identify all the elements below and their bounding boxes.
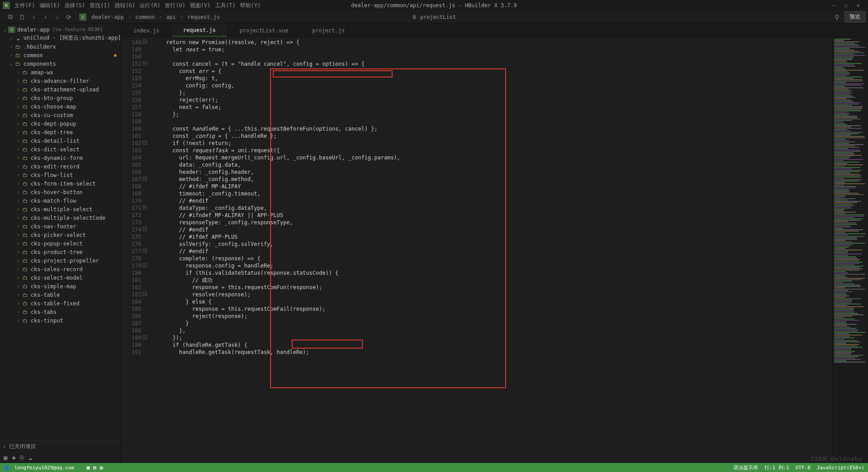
code-line[interactable]: responseType: _config.responseType, bbox=[153, 219, 832, 226]
menu-item[interactable]: 帮助(Y) bbox=[238, 1, 262, 10]
tree-item[interactable]: ›🗀cks-advance-filter bbox=[0, 77, 121, 85]
tree-item[interactable]: ›🗀cks-popup-select bbox=[0, 239, 121, 248]
code-line[interactable]: }); bbox=[153, 334, 832, 341]
breadcrumb-item[interactable]: api bbox=[165, 14, 177, 21]
breadcrumb-item[interactable]: request.js bbox=[186, 14, 221, 21]
editor-tab[interactable]: request.js bbox=[172, 24, 228, 36]
tree-item[interactable]: ›🗀cks-sales-record bbox=[0, 265, 121, 273]
refresh-icon[interactable]: ⟳ bbox=[63, 14, 75, 21]
code-line[interactable]: config: config, bbox=[153, 82, 832, 89]
tree-item[interactable]: ›🗀cks-edit-record bbox=[0, 162, 121, 171]
grid-icon[interactable]: ▦ bbox=[86, 465, 90, 471]
menu-item[interactable]: 发行(U) bbox=[163, 1, 187, 10]
minimap[interactable] bbox=[832, 37, 868, 463]
tree-item[interactable]: ›🗀cks-simple-map bbox=[0, 282, 121, 290]
tree-item[interactable]: ›🗀cks-flow-list bbox=[0, 171, 121, 179]
code-line[interactable]: const err = { bbox=[153, 68, 832, 75]
breadcrumb-item[interactable]: dealer-app bbox=[90, 14, 125, 21]
tree-item[interactable]: ›🗀cks-match-flow bbox=[0, 196, 121, 205]
menu-item[interactable]: 文件(F) bbox=[13, 1, 37, 10]
code-line[interactable]: reject(err); bbox=[153, 96, 832, 104]
menu-item[interactable]: 编辑(E) bbox=[38, 1, 62, 10]
code-line[interactable]: if (handleRe.getTask) { bbox=[153, 341, 832, 349]
menu-item[interactable]: 查找(I) bbox=[88, 1, 112, 10]
code-line[interactable]: // #endif bbox=[153, 197, 832, 204]
menu-item[interactable]: 选择(S) bbox=[63, 1, 87, 10]
breadcrumb-item[interactable]: common bbox=[134, 14, 156, 21]
code-line[interactable]: complete: (response) => { bbox=[153, 255, 832, 262]
nav-back-icon[interactable]: ‹ bbox=[28, 14, 40, 21]
tree-item[interactable]: ›🗀amap-wx bbox=[0, 68, 121, 77]
code-line[interactable]: if (this.validateStatus(response.statusC… bbox=[153, 269, 832, 277]
tree-item[interactable]: ›☁uniCloud - [阿里云:shunzhi-app] bbox=[0, 34, 121, 42]
tree-item[interactable]: ›🗀cks-tabs bbox=[0, 308, 121, 316]
maximize-icon[interactable]: ☐ bbox=[845, 2, 848, 9]
code-line[interactable]: // #ifdef APP-PLUS bbox=[153, 233, 832, 241]
sync-icon[interactable]: ☁ bbox=[28, 454, 32, 461]
code-line[interactable]: } else { bbox=[153, 298, 832, 305]
code-line[interactable]: } bbox=[153, 320, 832, 327]
menu-item[interactable]: 跳转(G) bbox=[113, 1, 137, 10]
code-line[interactable]: }; bbox=[153, 111, 832, 118]
code-line[interactable]: data: _config.data, bbox=[153, 161, 832, 168]
code-line[interactable]: url: Request.mergeUrl(_config.url, _conf… bbox=[153, 154, 832, 161]
tree-item[interactable]: ›🗀cks-choose-map bbox=[0, 102, 121, 111]
tree-item[interactable]: ›🗀cks-cu-custom bbox=[0, 111, 121, 119]
tree-item[interactable]: ›🗀cks-table-fixed bbox=[0, 299, 121, 308]
code-editor[interactable]: return new Promise((resolve, reject) => … bbox=[144, 37, 832, 463]
tree-item[interactable]: ⌄Udealer-app[cw-feature-0530] bbox=[0, 25, 121, 34]
code-line[interactable]: errMsg: t, bbox=[153, 75, 832, 82]
filter-icon[interactable]: ⚲ bbox=[832, 14, 842, 21]
code-line[interactable]: const requestTask = uni.request({ bbox=[153, 147, 832, 154]
code-line[interactable]: reject(response); bbox=[153, 313, 832, 320]
code-line[interactable]: }; bbox=[153, 89, 832, 96]
code-line[interactable]: // #ifdef MP-ALIPAY bbox=[153, 183, 832, 190]
code-line[interactable]: const cancel = (t = "handle cancel", con… bbox=[153, 60, 832, 68]
user-email[interactable]: longfeiyu1029@qq.com bbox=[14, 465, 74, 471]
code-line[interactable]: // #ifndef MP-ALIPAY || APP-PLUS bbox=[153, 212, 832, 219]
tree-item[interactable]: ›🗀cks-dynamic-form bbox=[0, 154, 121, 162]
code-line[interactable]: dataType: _config.dataType, bbox=[153, 204, 832, 212]
code-line[interactable]: // #endif bbox=[153, 226, 832, 233]
run-target[interactable]: 🗎 projectList bbox=[412, 14, 456, 20]
tree-item[interactable]: ›🗀cks-project-propeller bbox=[0, 256, 121, 265]
close-icon[interactable]: ✕ bbox=[857, 2, 860, 9]
code-line[interactable]: const handleRe = { ...this.requestBefore… bbox=[153, 125, 832, 132]
code-line[interactable]: // #endif bbox=[153, 248, 832, 255]
editor-tab[interactable]: project.js bbox=[300, 25, 357, 36]
tree-item[interactable]: ›🗀cks-attachment-upload bbox=[0, 85, 121, 94]
code-line[interactable]: response = this.requestComFail(response)… bbox=[153, 305, 832, 313]
save-icon[interactable]: 🗋 bbox=[16, 14, 28, 21]
tree-item[interactable]: ›🗀cks-picker-select bbox=[0, 231, 121, 239]
star-icon[interactable]: ☆ bbox=[51, 14, 63, 21]
tree-item[interactable]: ›🗀cks-multiple-selectCode bbox=[0, 213, 121, 222]
closed-projects[interactable]: › 已关闭项目 bbox=[0, 440, 121, 452]
tree-item[interactable]: ›🗀cks-form-item-select bbox=[0, 179, 121, 188]
code-line[interactable]: let next = true; bbox=[153, 46, 832, 53]
tree-item[interactable]: ›🗀.hbuilderx bbox=[0, 42, 121, 51]
tree-item[interactable]: ›🗀cks-table bbox=[0, 290, 121, 299]
nav-forward-icon[interactable]: › bbox=[40, 14, 51, 21]
tree-item[interactable]: ›🗀cks-detail-list bbox=[0, 136, 121, 145]
tree-item[interactable]: ›🗀cks-btn-group bbox=[0, 94, 121, 102]
tree-item[interactable]: ›🗀cks-multiple-select bbox=[0, 205, 121, 213]
editor-tab[interactable]: projectList.vue bbox=[228, 25, 300, 36]
code-line[interactable]: if (!next) return; bbox=[153, 140, 832, 147]
code-line[interactable]: handleRe.getTask(requestTask, handleRe); bbox=[153, 349, 832, 356]
menu-item[interactable]: 工具(T) bbox=[213, 1, 238, 10]
link-icon[interactable]: ⎘ bbox=[20, 454, 24, 461]
code-line[interactable]: header: _config.header, bbox=[153, 168, 832, 176]
tree-item[interactable]: ›🗀common● bbox=[0, 51, 121, 59]
tree-item[interactable]: ⌄🗀components bbox=[0, 59, 121, 68]
tree-item[interactable]: ›🗀cks-hover-button bbox=[0, 188, 121, 196]
settings-icon[interactable]: ✱ bbox=[12, 454, 15, 461]
code-line[interactable]: next = false; bbox=[153, 104, 832, 111]
tree-item[interactable]: ›🗀cks-dict-select bbox=[0, 145, 121, 154]
code-line[interactable]: response.config = handleRe; bbox=[153, 262, 832, 269]
tree-item[interactable]: ›🗀cks-select-model bbox=[0, 273, 121, 282]
syntax-hint[interactable]: 语法提示库 bbox=[733, 464, 758, 471]
code-line[interactable]: response = this.requestComFun(response); bbox=[153, 284, 832, 291]
preview-button[interactable]: 预览 bbox=[845, 11, 865, 23]
code-line[interactable]: const _config = { ...handleRe }; bbox=[153, 132, 832, 140]
code-line[interactable] bbox=[153, 53, 832, 60]
